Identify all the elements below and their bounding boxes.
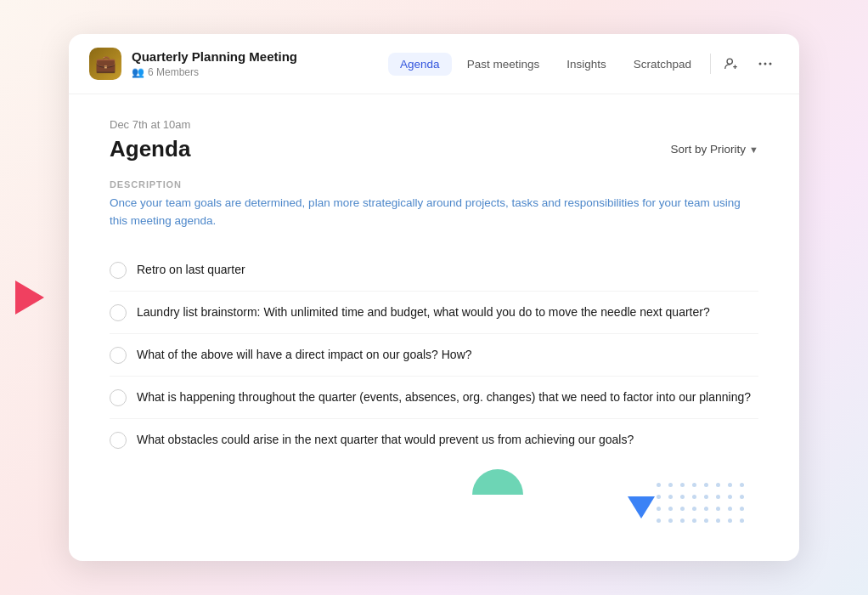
header-title-block: Quarterly Planning Meeting 👥 6 Members <box>132 49 297 78</box>
list-item: Laundry list brainstorm: With unlimited … <box>110 291 758 333</box>
item-text-1: Laundry list brainstorm: With unlimited … <box>137 303 710 321</box>
svg-point-0 <box>727 59 732 64</box>
app-icon: 💼 <box>89 48 121 80</box>
item-text-0: Retro on last quarter <box>137 261 245 279</box>
members-count: 6 Members <box>148 66 199 78</box>
meeting-title: Quarterly Planning Meeting <box>132 49 297 65</box>
tab-agenda[interactable]: Agenda <box>388 53 452 76</box>
list-item: What obstacles could arise in the next q… <box>110 418 758 461</box>
tab-past-meetings[interactable]: Past meetings <box>455 53 552 76</box>
item-radio-0[interactable] <box>110 262 127 279</box>
header-left: 💼 Quarterly Planning Meeting 👥 6 Members <box>89 48 297 80</box>
card-body: Dec 7th at 10am Agenda Sort by Priority … <box>69 94 799 488</box>
nav-divider <box>710 54 711 74</box>
agenda-items-list: Retro on last quarter Laundry list brain… <box>110 249 758 461</box>
dots-decoration <box>657 483 748 527</box>
sort-chevron-icon: ▼ <box>749 144 758 155</box>
item-text-3: What is happening throughout the quarter… <box>137 388 751 406</box>
item-radio-1[interactable] <box>110 304 127 321</box>
header-right: Agenda Past meetings Insights Scratchpad <box>388 50 779 77</box>
tab-scratchpad[interactable]: Scratchpad <box>622 53 703 76</box>
triangle-decoration <box>628 496 655 518</box>
description-section: DESCRIPTION Once your team goals are det… <box>110 179 758 230</box>
svg-point-3 <box>769 63 772 65</box>
svg-point-2 <box>764 63 767 65</box>
tab-insights[interactable]: Insights <box>555 53 618 76</box>
main-card: 💼 Quarterly Planning Meeting 👥 6 Members… <box>69 34 799 561</box>
members-icon: 👥 <box>132 66 144 78</box>
agenda-title-row: Agenda Sort by Priority ▼ <box>110 136 758 162</box>
svg-point-1 <box>759 63 762 65</box>
members-line: 👥 6 Members <box>132 66 297 78</box>
play-icon[interactable] <box>15 280 44 314</box>
item-text-4: What obstacles could arise in the next q… <box>137 431 634 449</box>
page-container: 💼 Quarterly Planning Meeting 👥 6 Members… <box>0 0 868 595</box>
item-radio-4[interactable] <box>110 432 127 449</box>
add-member-button[interactable] <box>718 50 745 77</box>
item-text-2: What of the above will have a direct imp… <box>137 346 472 364</box>
card-header: 💼 Quarterly Planning Meeting 👥 6 Members… <box>69 34 799 94</box>
item-radio-2[interactable] <box>110 347 127 364</box>
item-radio-3[interactable] <box>110 389 127 406</box>
description-text: Once your team goals are determined, pla… <box>110 195 758 230</box>
header-actions <box>718 50 779 77</box>
header-nav: Agenda Past meetings Insights Scratchpad <box>388 53 703 76</box>
sort-label: Sort by Priority <box>671 143 747 156</box>
list-item: Retro on last quarter <box>110 249 758 291</box>
list-item: What of the above will have a direct imp… <box>110 333 758 376</box>
more-button[interactable] <box>752 50 779 77</box>
sort-control[interactable]: Sort by Priority ▼ <box>671 143 758 156</box>
agenda-heading: Agenda <box>110 136 190 162</box>
description-label: DESCRIPTION <box>110 179 758 190</box>
list-item: What is happening throughout the quarter… <box>110 376 758 418</box>
date-label: Dec 7th at 10am <box>110 118 758 131</box>
